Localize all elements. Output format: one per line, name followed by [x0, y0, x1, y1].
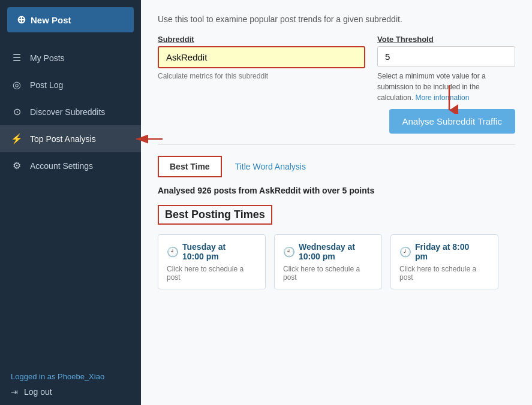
- settings-icon: ⚙: [11, 160, 23, 171]
- clock-icon: 🕙: [283, 246, 295, 258]
- section-title: Best Posting Times: [158, 205, 272, 225]
- time-card-friday[interactable]: 🕗 Friday at 8:00 pm Click here to schedu…: [390, 234, 498, 289]
- time-card-title: Tuesday at 10:00 pm: [182, 242, 226, 261]
- sidebar: ⊕ New Post ☰ My Posts ◎ Post Log ⊙ Disco…: [0, 0, 141, 405]
- clock-icon: 🕗: [399, 246, 411, 258]
- subreddit-help: Calculate metrics for this subreddit: [158, 72, 365, 80]
- sidebar-item-label: Post Log: [30, 80, 63, 90]
- time-card-title: Wednesday at 10:00 pm: [299, 242, 355, 261]
- subreddit-label: Subreddit: [158, 35, 365, 44]
- top-post-icon: ⚡: [11, 133, 23, 144]
- time-card-sub: Click here to schedule a post: [283, 265, 373, 282]
- time-card-header: 🕙 Tuesday at 10:00 pm: [167, 242, 257, 261]
- sidebar-item-label: My Posts: [30, 53, 65, 63]
- time-card-tuesday[interactable]: 🕙 Tuesday at 10:00 pm Click here to sche…: [158, 234, 266, 289]
- sidebar-item-discover-subreddits[interactable]: ⊙ Discover Subreddits: [0, 98, 141, 125]
- time-cards: 🕙 Tuesday at 10:00 pm Click here to sche…: [158, 234, 515, 289]
- analyse-btn-row: Analyse Subreddit Traffic: [158, 109, 515, 134]
- analyse-button[interactable]: Analyse Subreddit Traffic: [389, 109, 515, 134]
- results-summary: Analysed 926 posts from AskReddit with o…: [158, 186, 515, 195]
- discover-icon: ⊙: [11, 106, 23, 117]
- subreddit-group: Subreddit Calculate metrics for this sub…: [158, 35, 365, 80]
- sidebar-nav: ☰ My Posts ◎ Post Log ⊙ Discover Subredd…: [0, 44, 141, 364]
- form-row: Subreddit Calculate metrics for this sub…: [158, 35, 515, 103]
- sidebar-item-post-log[interactable]: ◎ Post Log: [0, 71, 141, 98]
- new-post-icon: ⊕: [17, 13, 26, 26]
- time-card-title: Friday at 8:00 pm: [415, 242, 469, 261]
- sidebar-item-account-settings[interactable]: ⚙ Account Settings: [0, 152, 141, 179]
- sidebar-item-label: Account Settings: [30, 161, 93, 171]
- new-post-button[interactable]: ⊕ New Post: [7, 7, 134, 32]
- sidebar-item-label: Discover Subreddits: [30, 107, 105, 117]
- tabs-row: Best Time Title Word Analysis: [158, 156, 515, 177]
- logout-label: Log out: [24, 387, 52, 397]
- time-card-sub: Click here to schedule a post: [399, 265, 489, 282]
- sidebar-item-label: Top Post Analysis: [30, 134, 96, 144]
- post-log-icon: ◎: [11, 79, 23, 90]
- sidebar-item-top-post-analysis[interactable]: ⚡ Top Post Analysis: [0, 125, 141, 152]
- intro-text: Use this tool to examine popular post tr…: [158, 14, 515, 24]
- subreddit-input[interactable]: [158, 46, 365, 68]
- clock-icon: 🕙: [167, 246, 179, 258]
- tab-title-word-analysis[interactable]: Title Word Analysis: [224, 156, 317, 177]
- vote-help: Select a minimum vote value for a submis…: [377, 71, 515, 103]
- time-card-wednesday[interactable]: 🕙 Wednesday at 10:00 pm Click here to sc…: [274, 234, 382, 289]
- time-card-header: 🕗 Friday at 8:00 pm: [399, 242, 489, 261]
- vote-threshold-input[interactable]: [377, 46, 515, 67]
- time-card-sub: Click here to schedule a post: [167, 265, 257, 282]
- vote-threshold-label: Vote Threshold: [377, 35, 515, 44]
- logout-icon: ⇥: [11, 387, 18, 397]
- tab-best-time[interactable]: Best Time: [158, 156, 222, 177]
- logged-in-label: Logged in as Phoebe_Xiao: [11, 372, 130, 381]
- new-post-label: New Post: [31, 15, 71, 25]
- sidebar-item-my-posts[interactable]: ☰ My Posts: [0, 44, 141, 71]
- time-card-header: 🕙 Wednesday at 10:00 pm: [283, 242, 373, 261]
- more-info-link[interactable]: More information: [415, 93, 469, 102]
- vote-threshold-group: Vote Threshold Select a minimum vote val…: [377, 35, 515, 103]
- logout-button[interactable]: ⇥ Log out: [11, 387, 130, 397]
- sidebar-footer: Logged in as Phoebe_Xiao ⇥ Log out: [0, 364, 141, 405]
- divider: [158, 144, 515, 145]
- my-posts-icon: ☰: [11, 52, 23, 64]
- main-content: Use this tool to examine popular post tr…: [141, 0, 532, 405]
